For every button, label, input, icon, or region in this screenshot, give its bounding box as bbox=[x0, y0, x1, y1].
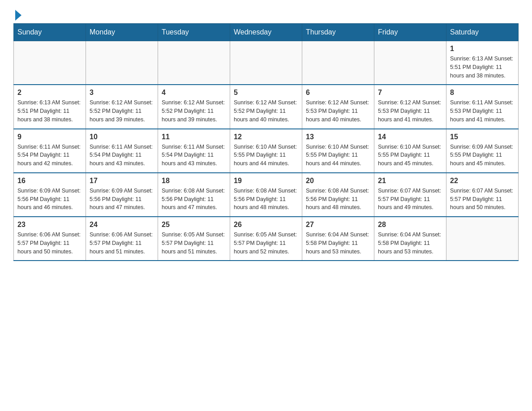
day-number: 20 bbox=[306, 177, 370, 185]
day-of-week-header: Sunday bbox=[14, 24, 86, 41]
day-of-week-header: Friday bbox=[374, 24, 446, 41]
day-number: 4 bbox=[162, 89, 226, 97]
day-number: 24 bbox=[90, 221, 154, 229]
calendar-day-cell: 4Sunrise: 6:12 AM Sunset: 5:52 PM Daylig… bbox=[158, 85, 230, 128]
calendar-day-cell: 16Sunrise: 6:09 AM Sunset: 5:56 PM Dayli… bbox=[14, 173, 86, 217]
day-info: Sunrise: 6:09 AM Sunset: 5:56 PM Dayligh… bbox=[17, 187, 82, 212]
day-info: Sunrise: 6:07 AM Sunset: 5:57 PM Dayligh… bbox=[450, 187, 515, 212]
day-number: 11 bbox=[162, 133, 226, 141]
day-info: Sunrise: 6:12 AM Sunset: 5:52 PM Dayligh… bbox=[90, 98, 154, 124]
calendar-day-cell: 5Sunrise: 6:12 AM Sunset: 5:52 PM Daylig… bbox=[230, 85, 302, 128]
day-number: 18 bbox=[162, 177, 226, 185]
calendar-day-cell: 14Sunrise: 6:10 AM Sunset: 5:55 PM Dayli… bbox=[374, 129, 446, 173]
day-number: 16 bbox=[17, 177, 82, 185]
day-info: Sunrise: 6:13 AM Sunset: 5:51 PM Dayligh… bbox=[17, 98, 82, 124]
day-info: Sunrise: 6:10 AM Sunset: 5:55 PM Dayligh… bbox=[306, 143, 370, 168]
calendar-day-cell: 13Sunrise: 6:10 AM Sunset: 5:55 PM Dayli… bbox=[302, 129, 374, 173]
calendar-table: SundayMondayTuesdayWednesdayThursdayFrid… bbox=[13, 23, 519, 261]
calendar-day-cell: 21Sunrise: 6:07 AM Sunset: 5:57 PM Dayli… bbox=[374, 173, 446, 217]
day-number: 17 bbox=[90, 177, 154, 185]
calendar-day-cell bbox=[86, 41, 158, 85]
day-info: Sunrise: 6:08 AM Sunset: 5:56 PM Dayligh… bbox=[306, 187, 370, 212]
calendar-day-cell: 23Sunrise: 6:06 AM Sunset: 5:57 PM Dayli… bbox=[14, 217, 86, 261]
logo-arrow-icon bbox=[15, 10, 21, 21]
day-number: 13 bbox=[306, 133, 370, 141]
day-info: Sunrise: 6:05 AM Sunset: 5:57 PM Dayligh… bbox=[234, 231, 298, 256]
calendar-day-cell: 10Sunrise: 6:11 AM Sunset: 5:54 PM Dayli… bbox=[86, 129, 158, 173]
day-info: Sunrise: 6:09 AM Sunset: 5:56 PM Dayligh… bbox=[90, 187, 154, 212]
calendar-header-row: SundayMondayTuesdayWednesdayThursdayFrid… bbox=[14, 24, 519, 41]
calendar-day-cell: 27Sunrise: 6:04 AM Sunset: 5:58 PM Dayli… bbox=[302, 217, 374, 261]
day-info: Sunrise: 6:10 AM Sunset: 5:55 PM Dayligh… bbox=[378, 143, 442, 168]
day-of-week-header: Tuesday bbox=[158, 24, 230, 41]
day-info: Sunrise: 6:07 AM Sunset: 5:57 PM Dayligh… bbox=[378, 187, 442, 212]
calendar-day-cell: 15Sunrise: 6:09 AM Sunset: 5:55 PM Dayli… bbox=[446, 129, 519, 173]
day-info: Sunrise: 6:12 AM Sunset: 5:52 PM Dayligh… bbox=[234, 98, 298, 124]
day-info: Sunrise: 6:06 AM Sunset: 5:57 PM Dayligh… bbox=[17, 231, 82, 256]
day-number: 28 bbox=[378, 221, 442, 229]
calendar-day-cell: 9Sunrise: 6:11 AM Sunset: 5:54 PM Daylig… bbox=[14, 129, 86, 173]
calendar-day-cell: 24Sunrise: 6:06 AM Sunset: 5:57 PM Dayli… bbox=[86, 217, 158, 261]
calendar-day-cell: 11Sunrise: 6:11 AM Sunset: 5:54 PM Dayli… bbox=[158, 129, 230, 173]
day-info: Sunrise: 6:10 AM Sunset: 5:55 PM Dayligh… bbox=[234, 143, 298, 168]
logo bbox=[13, 9, 21, 19]
calendar-day-cell: 25Sunrise: 6:05 AM Sunset: 5:57 PM Dayli… bbox=[158, 217, 230, 261]
calendar-day-cell: 26Sunrise: 6:05 AM Sunset: 5:57 PM Dayli… bbox=[230, 217, 302, 261]
day-number: 5 bbox=[234, 89, 298, 97]
calendar-day-cell: 7Sunrise: 6:12 AM Sunset: 5:53 PM Daylig… bbox=[374, 85, 446, 128]
day-of-week-header: Monday bbox=[86, 24, 158, 41]
calendar-day-cell: 20Sunrise: 6:08 AM Sunset: 5:56 PM Dayli… bbox=[302, 173, 374, 217]
day-info: Sunrise: 6:11 AM Sunset: 5:54 PM Dayligh… bbox=[90, 143, 154, 168]
day-info: Sunrise: 6:11 AM Sunset: 5:54 PM Dayligh… bbox=[17, 143, 82, 168]
day-of-week-header: Saturday bbox=[446, 24, 519, 41]
calendar-week-row: 2Sunrise: 6:13 AM Sunset: 5:51 PM Daylig… bbox=[14, 85, 519, 128]
calendar-day-cell: 19Sunrise: 6:08 AM Sunset: 5:56 PM Dayli… bbox=[230, 173, 302, 217]
day-number: 25 bbox=[162, 221, 226, 229]
page-header bbox=[13, 9, 519, 19]
calendar-day-cell: 1Sunrise: 6:13 AM Sunset: 5:51 PM Daylig… bbox=[446, 41, 519, 85]
day-number: 2 bbox=[17, 89, 82, 97]
calendar-day-cell: 22Sunrise: 6:07 AM Sunset: 5:57 PM Dayli… bbox=[446, 173, 519, 217]
calendar-week-row: 16Sunrise: 6:09 AM Sunset: 5:56 PM Dayli… bbox=[14, 173, 519, 217]
day-number: 15 bbox=[450, 133, 515, 141]
day-info: Sunrise: 6:04 AM Sunset: 5:58 PM Dayligh… bbox=[378, 231, 442, 256]
calendar-day-cell: 18Sunrise: 6:08 AM Sunset: 5:56 PM Dayli… bbox=[158, 173, 230, 217]
day-number: 19 bbox=[234, 177, 298, 185]
day-number: 27 bbox=[306, 221, 370, 229]
calendar-day-cell: 8Sunrise: 6:11 AM Sunset: 5:53 PM Daylig… bbox=[446, 85, 519, 128]
calendar-day-cell bbox=[158, 41, 230, 85]
day-info: Sunrise: 6:11 AM Sunset: 5:54 PM Dayligh… bbox=[162, 143, 226, 168]
day-info: Sunrise: 6:05 AM Sunset: 5:57 PM Dayligh… bbox=[162, 231, 226, 256]
calendar-day-cell bbox=[230, 41, 302, 85]
day-info: Sunrise: 6:13 AM Sunset: 5:51 PM Dayligh… bbox=[450, 55, 515, 80]
day-number: 7 bbox=[378, 89, 442, 97]
calendar-week-row: 23Sunrise: 6:06 AM Sunset: 5:57 PM Dayli… bbox=[14, 217, 519, 261]
day-number: 23 bbox=[17, 221, 82, 229]
day-info: Sunrise: 6:08 AM Sunset: 5:56 PM Dayligh… bbox=[234, 187, 298, 212]
day-of-week-header: Wednesday bbox=[230, 24, 302, 41]
calendar-day-cell: 6Sunrise: 6:12 AM Sunset: 5:53 PM Daylig… bbox=[302, 85, 374, 128]
day-number: 22 bbox=[450, 177, 515, 185]
day-number: 21 bbox=[378, 177, 442, 185]
calendar-day-cell bbox=[374, 41, 446, 85]
day-number: 3 bbox=[90, 89, 154, 97]
calendar-week-row: 1Sunrise: 6:13 AM Sunset: 5:51 PM Daylig… bbox=[14, 41, 519, 85]
day-info: Sunrise: 6:08 AM Sunset: 5:56 PM Dayligh… bbox=[162, 187, 226, 212]
day-of-week-header: Thursday bbox=[302, 24, 374, 41]
day-number: 10 bbox=[90, 133, 154, 141]
day-number: 8 bbox=[450, 89, 515, 97]
day-info: Sunrise: 6:04 AM Sunset: 5:58 PM Dayligh… bbox=[306, 231, 370, 256]
calendar-day-cell bbox=[446, 217, 519, 261]
calendar-day-cell: 3Sunrise: 6:12 AM Sunset: 5:52 PM Daylig… bbox=[86, 85, 158, 128]
day-info: Sunrise: 6:12 AM Sunset: 5:53 PM Dayligh… bbox=[378, 98, 442, 124]
calendar-day-cell: 12Sunrise: 6:10 AM Sunset: 5:55 PM Dayli… bbox=[230, 129, 302, 173]
day-number: 26 bbox=[234, 221, 298, 229]
day-info: Sunrise: 6:11 AM Sunset: 5:53 PM Dayligh… bbox=[450, 98, 515, 124]
day-info: Sunrise: 6:12 AM Sunset: 5:52 PM Dayligh… bbox=[162, 98, 226, 124]
day-number: 14 bbox=[378, 133, 442, 141]
day-number: 1 bbox=[450, 45, 515, 53]
day-number: 6 bbox=[306, 89, 370, 97]
day-info: Sunrise: 6:12 AM Sunset: 5:53 PM Dayligh… bbox=[306, 98, 370, 124]
calendar-week-row: 9Sunrise: 6:11 AM Sunset: 5:54 PM Daylig… bbox=[14, 129, 519, 173]
day-info: Sunrise: 6:09 AM Sunset: 5:55 PM Dayligh… bbox=[450, 143, 515, 168]
